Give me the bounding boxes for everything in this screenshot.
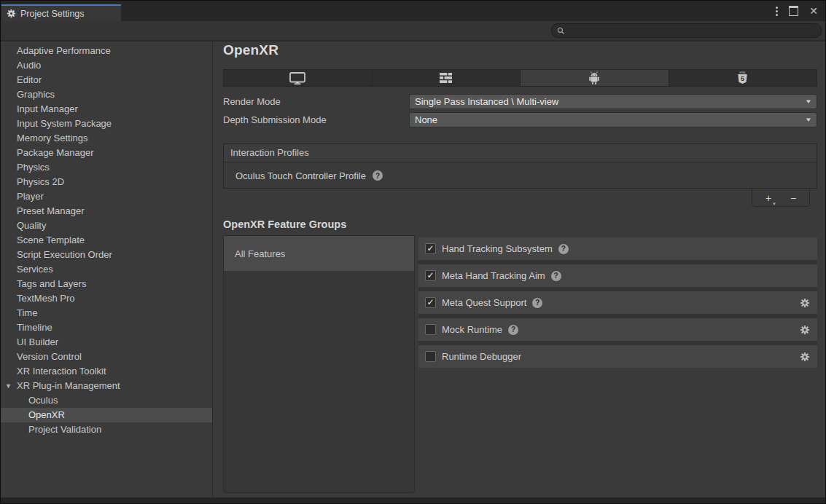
gear-icon[interactable] [800, 325, 810, 335]
sidebar-item-label: TextMesh Pro [17, 293, 74, 304]
project-settings-window: Project Settings ✕ ▼ Adaptive Performanc… [0, 0, 826, 504]
sidebar-item[interactable]: ▼ XR Interaction Toolkit [1, 364, 212, 379]
feature-checkbox[interactable]: ✓ [425, 297, 436, 308]
tab-dedicated-server[interactable] [373, 70, 521, 86]
tab-webgl[interactable]: HTML 5 [669, 70, 817, 86]
sidebar-item-label: Physics 2D [17, 176, 64, 187]
add-profile-button[interactable]: +▼ [756, 193, 781, 203]
help-icon[interactable]: ? [508, 325, 518, 335]
sidebar-item[interactable]: ▼ UI Builder [1, 335, 212, 350]
sidebar-item[interactable]: ▼ Input Manager [1, 102, 212, 117]
tab-standalone[interactable] [224, 70, 373, 86]
sidebar-item-label: Input Manager [17, 103, 78, 114]
feature-row: ✓ Runtime Debugger [418, 345, 817, 368]
sidebar-item[interactable]: ▼ XR Plug-in Management [1, 379, 212, 393]
sidebar-item-label: UI Builder [17, 336, 58, 347]
sidebar-item-label: Physics [17, 162, 50, 173]
dropdown-value: Single Pass Instanced \ Multi-view [415, 96, 806, 107]
title-bar: Project Settings ✕ [1, 1, 825, 21]
sidebar-item[interactable]: ▼ Time [1, 306, 212, 320]
sidebar-item[interactable]: ▼ Tags and Layers [1, 277, 212, 291]
tab-android[interactable] [521, 70, 669, 86]
sidebar-item[interactable]: ▼ Script Execution Order [1, 248, 212, 262]
sidebar-item-label: Editor [17, 74, 42, 85]
sidebar-item[interactable]: ▼ Adaptive Performance [1, 44, 212, 58]
sidebar-item-label: Audio [17, 60, 41, 71]
feature-checkbox[interactable]: ✓ [425, 243, 436, 254]
sidebar-item-label: Quality [17, 220, 46, 231]
feature-label: Mock Runtime [442, 324, 502, 335]
svg-text:5: 5 [741, 75, 744, 82]
sidebar-item-label: XR Interaction Toolkit [17, 366, 106, 377]
search-field[interactable] [551, 23, 822, 38]
chevron-down-icon: ▼ [805, 98, 812, 105]
openxr-settings-panel: OpenXR [214, 42, 825, 497]
search-input[interactable] [569, 25, 821, 36]
sidebar-item[interactable]: ▼ Package Manager [1, 146, 212, 160]
sidebar-item-label: Version Control [17, 351, 82, 362]
foldout-triangle-icon[interactable]: ▼ [5, 379, 12, 393]
feature-label: Meta Hand Tracking Aim [442, 270, 545, 281]
sidebar-item[interactable]: ▼ Memory Settings [1, 131, 212, 146]
help-icon[interactable]: ? [532, 298, 542, 308]
gear-icon[interactable] [800, 352, 810, 362]
sidebar-item-label: Timeline [17, 322, 52, 333]
sidebar-item[interactable]: ▼ Quality [1, 218, 212, 233]
maximize-icon[interactable] [789, 6, 798, 16]
sidebar-item[interactable]: ▼ Graphics [1, 87, 212, 102]
feature-checkbox[interactable]: ✓ [425, 324, 436, 335]
sidebar-item[interactable]: ▼ Player [1, 189, 212, 204]
sidebar-item[interactable]: ▼ OpenXR [1, 408, 212, 422]
sidebar-item[interactable]: ▼ Audio [1, 58, 212, 73]
sidebar-item[interactable]: ▼ TextMesh Pro [1, 291, 212, 306]
sidebar-item-label: Script Execution Order [17, 249, 112, 260]
svg-text:HTML: HTML [739, 71, 746, 74]
window-tab-project-settings[interactable]: Project Settings [1, 4, 121, 21]
android-icon [586, 71, 602, 85]
sidebar-item-label: Preset Manager [17, 205, 85, 216]
render-settings: Render Mode Single Pass Instanced \ Mult… [223, 93, 817, 130]
page-title: OpenXR [223, 42, 278, 58]
gear-icon[interactable] [800, 298, 810, 308]
sidebar-item[interactable]: ▼ Physics 2D [1, 175, 212, 189]
sidebar-item-label: Time [17, 307, 37, 318]
help-icon[interactable]: ? [373, 170, 383, 181]
window-tab-label: Project Settings [20, 9, 85, 19]
help-icon[interactable]: ? [558, 244, 569, 254]
sidebar-item[interactable]: ▼ Oculus [1, 393, 212, 408]
setting-dropdown[interactable]: None ▼ [409, 112, 817, 127]
toolbar [1, 21, 825, 42]
sidebar-item[interactable]: ▼ Project Validation [1, 422, 212, 437]
sidebar-item[interactable]: ▼ Scene Template [1, 233, 212, 248]
help-icon[interactable]: ? [551, 271, 561, 281]
setting-label: Render Mode [223, 96, 409, 107]
sidebar-item[interactable]: ▼ Physics [1, 160, 212, 175]
sidebar-item[interactable]: ▼ Input System Package [1, 117, 212, 131]
close-icon[interactable]: ✕ [809, 6, 818, 16]
interaction-profiles-header: Interaction Profiles [224, 144, 817, 162]
sidebar-item[interactable]: ▼ Editor [1, 73, 212, 87]
feature-label: Runtime Debugger [442, 351, 521, 362]
sidebar-item-label: Adaptive Performance [17, 45, 111, 56]
setting-dropdown[interactable]: Single Pass Instanced \ Multi-view ▼ [409, 94, 817, 109]
sidebar-item[interactable]: ▼ Timeline [1, 320, 212, 335]
platform-tab-bar: HTML 5 [223, 69, 817, 87]
feature-groups-title: OpenXR Feature Groups [223, 218, 346, 230]
remove-profile-button[interactable]: − [781, 193, 806, 203]
sidebar-item[interactable]: ▼ Services [1, 262, 212, 277]
sidebar-item[interactable]: ▼ Version Control [1, 350, 212, 364]
kebab-menu-icon[interactable] [776, 7, 778, 16]
chevron-down-icon: ▼ [805, 117, 812, 123]
sidebar-item[interactable]: ▼ Preset Manager [1, 204, 212, 218]
interaction-profile-row[interactable]: Oculus Touch Controller Profile ? [224, 162, 817, 189]
feature-checkbox[interactable]: ✓ [425, 270, 436, 281]
profile-add-remove-bar: +▼ − [752, 189, 810, 207]
feature-row: ✓ Meta Quest Support ? [418, 291, 817, 314]
feature-label: Hand Tracking Subsystem [442, 243, 553, 254]
sidebar-item-label: Input System Package [17, 118, 112, 129]
feature-checkbox[interactable]: ✓ [425, 351, 436, 362]
sidebar-item-label: Package Manager [17, 147, 94, 158]
feature-group-item[interactable]: All Features [224, 236, 414, 271]
feature-group-label: All Features [235, 248, 285, 259]
profile-label: Oculus Touch Controller Profile [235, 170, 366, 181]
